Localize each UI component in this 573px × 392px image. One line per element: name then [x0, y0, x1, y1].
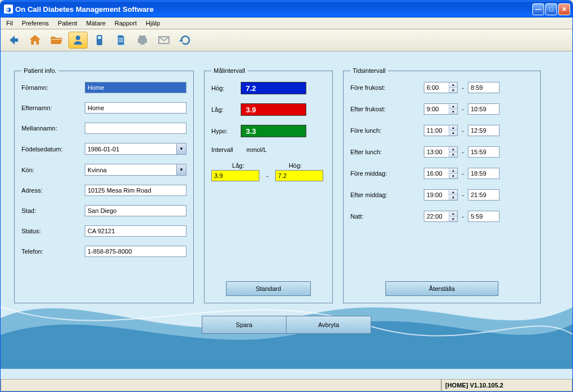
input-fore-middag-to[interactable]: 18:59 [468, 168, 500, 179]
label-efternamn: Efternamn: [21, 104, 85, 111]
menu-hjalp[interactable]: Hjälp [142, 19, 163, 28]
statusbar: [HOME] V1.10.105.2 [1, 379, 572, 391]
spin-down-icon[interactable]: ▼ [449, 110, 457, 115]
spin-up-icon[interactable]: ▲ [449, 190, 457, 195]
label-stad: Stad: [21, 207, 85, 214]
patient-info-legend: Patient info. [21, 67, 59, 74]
label-telefon: Telefon: [21, 248, 85, 255]
value-hog: 7.2 [241, 82, 306, 94]
spin-fore-lunch-from[interactable]: 11:00▲▼ [424, 125, 458, 136]
back-arrow-icon [7, 33, 20, 47]
maximize-button[interactable]: □ [545, 3, 557, 15]
close-button[interactable]: ✕ [558, 3, 570, 15]
target-range-group: Målintervall Hög: 7.2 Låg: 3.9 Hypo: 3.3… [204, 67, 333, 303]
label-hog2: Hög: [265, 162, 325, 169]
spin-up-icon[interactable]: ▲ [449, 147, 457, 153]
spin-down-icon[interactable]: ▼ [449, 131, 457, 136]
spin-up-icon[interactable]: ▲ [449, 211, 457, 217]
input-fore-lunch-to[interactable]: 12:59 [468, 125, 500, 136]
spin-up-icon[interactable]: ▲ [449, 125, 457, 131]
device-icon [93, 33, 106, 47]
input-stad[interactable] [85, 205, 186, 216]
spin-fore-middag-from[interactable]: 16:00▲▼ [424, 168, 458, 179]
toolbar-patient-button[interactable] [68, 32, 88, 49]
label-fore-lunch: Före lunch: [350, 127, 424, 134]
spin-efter-lunch-from[interactable]: 13:00▲▼ [424, 146, 458, 158]
app-icon: ◑ [4, 5, 13, 14]
cancel-button[interactable]: Avbryta [286, 316, 371, 334]
toolbar-print-button[interactable] [133, 32, 152, 49]
menu-rapport[interactable]: Rapport [111, 19, 140, 28]
label-efter-lunch: Efter lunch: [350, 149, 424, 155]
value-hypo: 3.3 [241, 125, 306, 137]
toolbar-back-button[interactable] [4, 32, 23, 49]
label-adress: Adress: [21, 187, 85, 194]
input-kon[interactable]: Kvinna ▼ [85, 164, 186, 176]
input-range-high[interactable]: 7.2 [275, 170, 323, 181]
spin-up-icon[interactable]: ▲ [449, 104, 457, 110]
label-mellannamn: Mellannamn: [21, 125, 85, 132]
save-button[interactable]: Spara [202, 316, 286, 334]
label-efter-middag: Efter middag: [350, 191, 424, 198]
input-fornamn[interactable] [85, 82, 186, 93]
spin-down-icon[interactable]: ▼ [449, 153, 457, 158]
menu-patient[interactable]: Patient [54, 19, 80, 28]
target-range-legend: Målintervall [211, 67, 248, 74]
dropdown-arrow-icon: ▼ [176, 143, 186, 154]
input-telefon[interactable] [85, 246, 186, 257]
input-efter-middag-to[interactable]: 21:59 [468, 189, 500, 201]
standard-button[interactable]: Standard [226, 281, 311, 296]
label-kon: Kön: [21, 167, 85, 173]
input-natt-to[interactable]: 5:59 [468, 211, 500, 222]
spin-efter-middag-from[interactable]: 19:00▲▼ [424, 189, 458, 201]
toolbar-home-button[interactable] [25, 32, 45, 49]
spin-down-icon[interactable]: ▼ [449, 217, 457, 222]
svg-rect-1 [98, 36, 101, 39]
toolbar-open-button[interactable] [47, 32, 66, 49]
toolbar [1, 29, 572, 51]
input-efter-frukost-to[interactable]: 10:59 [468, 103, 500, 115]
input-mellannamn[interactable] [85, 123, 186, 134]
spin-down-icon[interactable]: ▼ [449, 88, 457, 93]
reset-button[interactable]: Återställa [385, 281, 498, 296]
toolbar-mail-button[interactable] [154, 32, 173, 49]
folder-open-icon [50, 33, 63, 47]
input-efternamn[interactable] [85, 102, 186, 114]
spin-down-icon[interactable]: ▼ [449, 174, 457, 179]
spin-up-icon[interactable]: ▲ [449, 168, 457, 174]
spin-up-icon[interactable]: ▲ [449, 82, 457, 88]
input-efter-lunch-to[interactable]: 15:59 [468, 146, 500, 158]
toolbar-meter-button[interactable] [90, 32, 109, 49]
label-fodelsedatum: Födelsedatum: [21, 146, 85, 153]
document-icon [114, 33, 128, 47]
label-intervall: Intervall [211, 146, 241, 153]
menu-matare[interactable]: Mätare [83, 19, 109, 28]
input-status[interactable] [85, 225, 186, 237]
time-interval-group: Tidsintervall Före frukost: 6:00▲▼ - 8:5… [343, 67, 541, 303]
dropdown-arrow-icon: ▼ [176, 164, 186, 175]
menu-fil[interactable]: Fil [3, 19, 16, 28]
app-window: ◑ On Call Diabetes Management Software —… [0, 0, 573, 392]
label-hog: Hög: [211, 85, 241, 92]
client-area: Patient info. Förnamn: Efternamn: Mellan… [1, 51, 572, 379]
titlebar: ◑ On Call Diabetes Management Software —… [1, 1, 572, 18]
input-fodelsedatum[interactable]: 1986-01-01 ▼ [85, 143, 186, 155]
spin-natt-from[interactable]: 22:00▲▼ [424, 211, 458, 222]
spin-down-icon[interactable]: ▼ [449, 195, 457, 201]
label-status: Status: [21, 228, 85, 234]
input-range-low[interactable]: 3.9 [211, 170, 259, 181]
input-fore-frukost-to[interactable]: 8:59 [468, 82, 500, 93]
spin-fore-frukost-from[interactable]: 6:00▲▼ [424, 82, 458, 93]
value-kon: Kvinna [88, 167, 107, 173]
toolbar-report-button[interactable] [111, 32, 131, 49]
label-lag2: Låg: [211, 162, 265, 169]
toolbar-refresh-button[interactable] [176, 32, 195, 49]
printer-icon [136, 33, 149, 47]
input-adress[interactable] [85, 185, 186, 196]
range-dash: - [259, 172, 275, 179]
status-cell-left [1, 380, 441, 391]
refresh-icon [179, 33, 192, 47]
minimize-button[interactable]: — [532, 3, 544, 15]
spin-efter-frukost-from[interactable]: 9:00▲▼ [424, 103, 458, 115]
menu-preferens[interactable]: Preferens [19, 19, 53, 28]
